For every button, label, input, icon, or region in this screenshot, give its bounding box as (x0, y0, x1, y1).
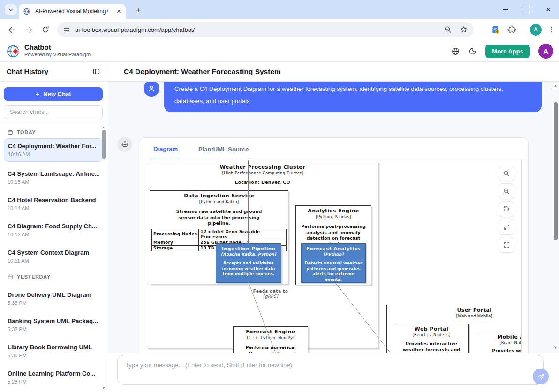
forward-arrow-icon (24, 25, 33, 34)
toolbar-separator (523, 25, 523, 34)
bookmark-star-icon[interactable] (460, 25, 468, 34)
zoom-out-button[interactable] (499, 183, 514, 199)
fullscreen-button[interactable] (499, 237, 514, 253)
expand-arrows-icon (503, 224, 510, 231)
visual-paradigm-link[interactable]: Visual Paradigm (53, 52, 91, 57)
tab-title: AI-Powered Visual Modeling Ch (35, 8, 108, 15)
tab-search-button[interactable] (5, 4, 17, 15)
new-chat-button[interactable]: + New Chat (4, 87, 103, 101)
globe-icon (451, 47, 460, 56)
chat-history-item[interactable]: Drone Delivery UML Diagram 5:33 PM (0, 281, 107, 310)
page-title: C4 Deployment: Weather Forecasting Syste… (124, 68, 281, 76)
forward-button[interactable] (22, 23, 36, 37)
robot-icon (121, 141, 129, 149)
reload-icon (41, 25, 50, 34)
section-label-yesterday: YESTERDAY (8, 272, 107, 281)
reset-view-button[interactable] (499, 201, 514, 217)
relation-label: Feeds data to [gRPC] (233, 289, 308, 299)
scroll-down-icon[interactable]: ▼ (553, 345, 558, 350)
tab-diagram[interactable]: Diagram (151, 145, 180, 158)
tab-plantuml-source[interactable]: PlantUML Source (196, 146, 250, 158)
diagram-tabs: Diagram PlantUML Source (139, 138, 528, 158)
minimize-button[interactable] (494, 0, 516, 19)
tab-close-icon[interactable]: ✕ (117, 9, 121, 14)
more-apps-button[interactable]: More Apps (485, 45, 530, 58)
section-label-today: TODAY (8, 128, 107, 136)
address-bar[interactable]: ai-toolbox.visual-paradigm.com/app/chatb… (57, 22, 474, 37)
reset-rotate-icon (503, 205, 510, 213)
chat-scrollbar[interactable]: ▲ ▼ (552, 82, 559, 353)
new-tab-button[interactable]: + (132, 4, 144, 16)
reload-button[interactable] (38, 23, 53, 37)
chat-history-item[interactable]: C4 System Context Diagram 10:11 AM (0, 241, 107, 268)
chat-scrollbar-thumb[interactable] (554, 102, 558, 240)
user-account-avatar[interactable]: A (538, 44, 553, 59)
sidebar-scrollbar-thumb[interactable] (102, 130, 106, 159)
sidebar-scrollbar[interactable]: ▲ ▼ (101, 123, 107, 392)
url-text: ai-toolbox.visual-paradigm.com/app/chatb… (75, 26, 444, 33)
app-title: Chatbot (24, 43, 91, 51)
tune-icon (63, 26, 70, 33)
minimize-icon (503, 9, 508, 10)
assistant-avatar (117, 137, 132, 152)
reading-list-extension-icon[interactable] (491, 25, 500, 35)
main-panel: C4 Deployment: Weather Forecasting Syste… (108, 62, 559, 392)
node-mobile-app: Mobile App [React Native] Provides weath… (477, 332, 522, 353)
chat-history-item[interactable]: C4 Diagram: Food Supply Ch... 10:12 AM (0, 215, 107, 241)
browser-toolbar: ai-toolbox.visual-paradigm.com/app/chatb… (0, 19, 559, 40)
app-header: Chatbot Powered by Visual Paradigm More … (0, 40, 559, 62)
extensions-puzzle-icon[interactable] (507, 25, 516, 34)
chat-history-item[interactable]: Banking System UML Packag... 5:32 PM (0, 310, 107, 336)
node-forecast-analytics: Forecast Analytics [Python] Detects unus… (301, 243, 366, 283)
browser-titlebar: AI-Powered Visual Modeling Ch ✕ + ✕ (0, 0, 559, 19)
zoom-out-page-icon[interactable] (444, 25, 452, 34)
chat-history-title: Chat History (7, 68, 48, 75)
browser-menu-icon[interactable]: ⋮ (548, 25, 555, 34)
chat-history-list: TODAY C4 Deployment: Weather For... 10:1… (0, 123, 107, 392)
node-web-portal: Web Portal [React.js, Node.js] Provides … (394, 324, 469, 353)
back-button[interactable] (5, 23, 19, 37)
chat-search (4, 105, 103, 119)
user-message-avatar (144, 82, 159, 97)
user-message-bubble: Create a C4 Deployment Diagram for a wea… (164, 82, 542, 112)
language-globe-button[interactable] (451, 47, 460, 56)
window-controls: ✕ (494, 0, 559, 19)
expand-button[interactable] (499, 219, 514, 235)
back-arrow-icon (8, 25, 16, 34)
message-input[interactable] (117, 355, 544, 385)
powered-by: Powered by Visual Paradigm (24, 52, 91, 57)
scroll-down-icon[interactable]: ▼ (102, 386, 106, 390)
chat-history-item[interactable]: Library Book Borrowing UML 5:30 PM (0, 336, 107, 362)
visual-paradigm-favicon (23, 8, 31, 15)
visual-paradigm-logo (7, 44, 22, 59)
close-button[interactable]: ✕ (537, 0, 559, 19)
close-icon: ✕ (546, 7, 551, 13)
diagram-controls (499, 166, 514, 253)
browser-profile-avatar[interactable]: A (530, 24, 542, 36)
send-button[interactable] (533, 369, 549, 384)
chat-history-item[interactable]: C4 System Landscape: Airline... 10:15 AM (0, 163, 107, 189)
maximize-icon (524, 7, 529, 12)
chat-history-item[interactable]: C4 Hotel Reservation Backend 10:14 AM (0, 189, 107, 215)
scroll-up-icon[interactable]: ▲ (553, 83, 558, 88)
sidebar-collapse-button[interactable] (92, 68, 100, 75)
panel-toggle-icon (92, 68, 100, 75)
send-plane-icon (537, 373, 544, 380)
browser-tab[interactable]: AI-Powered Visual Modeling Ch ✕ (19, 4, 126, 19)
zoom-in-button[interactable] (499, 166, 514, 181)
chat-history-item[interactable]: C4 Deployment: Weather For... 10:16 AM (4, 138, 103, 162)
table-row: Processing Nodes 12 x Intel Xeon Scalabl… (152, 229, 287, 240)
maximize-button[interactable] (516, 0, 537, 19)
node-ingestion-pipeline: Ingestion Pipeline [Apache Kafka, Python… (216, 243, 281, 283)
node-forecast-engine: Forecast Engine [C++, Python, NumPy] Per… (233, 326, 308, 353)
scroll-up-icon[interactable]: ▲ (102, 125, 106, 129)
plus-icon: + (36, 90, 40, 98)
search-chats-input[interactable] (4, 105, 103, 119)
moon-icon (468, 47, 477, 55)
diagram-viewport[interactable]: Weather Processing Cluster [High-Perform… (145, 160, 522, 353)
sidebar: Chat History + New Chat TODAY C4 Deploym… (0, 62, 107, 392)
dark-mode-button[interactable] (468, 47, 477, 55)
chat-history-item[interactable]: Online Learning Platform Co... 5:28 PM (0, 362, 107, 389)
chat-area: Create a C4 Deployment Diagram for a wea… (108, 82, 559, 353)
zoom-in-icon (503, 170, 510, 177)
